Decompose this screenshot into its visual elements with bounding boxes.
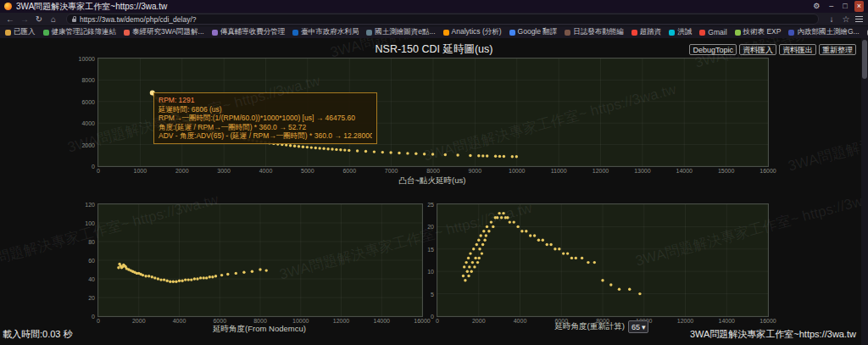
debug-topic-button[interactable]: DebugTopic: [689, 44, 737, 55]
lock-icon: [72, 19, 76, 22]
data-points: [117, 263, 268, 283]
bookmark-label: 國土測繪圖資e點...: [375, 27, 435, 37]
bookmark-item[interactable]: 臺中市政府水利局: [292, 27, 359, 37]
bookmark-item[interactable]: 傳真輔導收費分管理: [212, 27, 286, 37]
x-tick-label: 7000: [385, 168, 398, 174]
adv-angle-select[interactable]: 65 ▾: [628, 320, 649, 333]
data-import-button[interactable]: 資料匯入: [739, 44, 776, 55]
bookmark-item[interactable]: 泰經研究3WA問題解...: [124, 27, 204, 37]
x-tick-label: 5000: [301, 168, 314, 174]
recalc-angle-chart[interactable]: 0200040006000800010000120001400016000051…: [437, 203, 769, 317]
tooltip-line-delay: 延遲時間: 6806 (us): [159, 105, 372, 114]
y-tick-label: 80: [88, 239, 95, 245]
bookmark-label: Google 翻譯: [518, 27, 558, 37]
bookmark-item[interactable]: 技術表 EXP: [735, 27, 782, 37]
bookmark-favicon: [43, 30, 49, 36]
bookmark-label: 健康管理記錄簿連結: [52, 27, 117, 37]
bookmark-label: 技術表 EXP: [743, 27, 782, 37]
y-tick-label: 120: [85, 202, 95, 208]
x-tick-label: 6000: [342, 168, 356, 174]
bookmark-label: Gmail: [708, 28, 726, 36]
x-tick-label: 3000: [217, 168, 231, 174]
y-tick-label: 25: [427, 202, 434, 208]
gear-icon[interactable]: ⚙: [810, 1, 822, 12]
minimize-button[interactable]: –: [826, 1, 836, 12]
bookmark-item[interactable]: 日誌發布動態編: [565, 27, 624, 37]
close-button[interactable]: ×: [854, 1, 864, 12]
scrollbar-thumb[interactable]: [862, 40, 867, 79]
data-export-button[interactable]: 資料匯出: [779, 44, 816, 55]
bookmark-item[interactable]: 健康管理記錄簿連結: [43, 27, 117, 37]
bookmark-label: 傳真輔導收費分管理: [220, 27, 286, 37]
refresh-button[interactable]: 重新整理: [819, 44, 856, 55]
bookmark-label: 泰經研究3WA問題解...: [132, 27, 204, 37]
back-icon[interactable]: ←: [5, 14, 15, 25]
x-tick-label: 2000: [132, 318, 146, 324]
menu-icon[interactable]: [855, 16, 863, 22]
bookmark-favicon: [292, 30, 298, 36]
refresh-icon[interactable]: ↻: [34, 14, 44, 25]
bookmark-favicon: [565, 30, 570, 36]
bookmark-favicon: [632, 30, 637, 36]
y-tick-label: 6000: [81, 98, 95, 104]
bookmark-item[interactable]: Gmail: [699, 28, 726, 36]
x-tick-label: 1000: [134, 168, 147, 174]
x-tick-label: 4000: [173, 318, 186, 324]
url-text: https://3wa.tw/demo/php/cdi_delay/?: [80, 15, 197, 24]
y-tick-label: 5: [431, 291, 434, 297]
download-icon[interactable]: ↓: [826, 14, 837, 25]
load-time-status: 載入時間:0.03 秒: [3, 328, 73, 341]
bookmark-favicon: [443, 30, 449, 36]
star-icon[interactable]: ☆: [841, 14, 851, 25]
bookmark-item[interactable]: 洪誠: [669, 27, 692, 37]
y-tick-label: 100: [85, 220, 95, 226]
home-icon[interactable]: ⌂: [48, 14, 58, 25]
chart-canvas: [437, 204, 768, 316]
bookmark-item[interactable]: 超踏資: [632, 27, 662, 37]
bookmark-favicon: [509, 30, 515, 36]
bookmark-item[interactable]: Analytics (分析): [443, 27, 502, 37]
right-chart-xlabel: 延時角度(重新計算): [555, 321, 625, 332]
x-tick-label: 16000: [760, 168, 776, 174]
maximize-button[interactable]: □: [840, 1, 849, 12]
tooltip-line-adv: ADV - 角度:ADV(65) - (延遲 / RPM→一圈時間) * 360…: [159, 131, 372, 141]
window-title: 3WA問題解決專家工作室~https://3wa.tw: [16, 1, 167, 13]
url-bar[interactable]: https://3wa.tw/demo/php/cdi_delay/?: [66, 14, 819, 25]
bookmark-label: 臺中市政府水利局: [301, 27, 359, 37]
x-tick-label: 0: [97, 168, 100, 174]
bookmark-item[interactable]: Google 翻譯: [509, 27, 558, 37]
x-tick-label: 0: [97, 318, 100, 324]
x-tick-label: 14000: [374, 318, 390, 324]
bookmark-favicon: [212, 30, 218, 36]
app-icon: [4, 3, 12, 10]
tooltip-line-rpm: RPM: 1291: [159, 96, 372, 105]
grid-lines: [437, 204, 768, 316]
bookmark-item[interactable]: 國土測繪圖資e點...: [366, 27, 435, 37]
scrollbar[interactable]: [861, 38, 868, 345]
bookmark-favicon: [699, 30, 705, 36]
x-tick-label: 2000: [175, 168, 189, 174]
x-tick-label: 10000: [509, 168, 525, 174]
bookmark-favicon: [788, 30, 794, 36]
y-tick-label: 15: [427, 246, 434, 252]
nodemcu-angle-chart[interactable]: 0200040006000800010000120001400016000020…: [97, 203, 423, 317]
tooltip-line-angle: 角度:(延遲 / RPM→一圈時間) * 360.0 → 52.72: [159, 123, 372, 132]
x-tick-label: 13000: [634, 168, 650, 174]
bookmark-item[interactable]: 內政部國土測繪G...: [788, 27, 859, 37]
y-tick-label: 60: [88, 258, 95, 264]
y-tick-label: 0: [431, 314, 434, 320]
x-tick-label: 11000: [551, 168, 567, 174]
bookmark-item[interactable]: 已匯入: [5, 27, 36, 37]
forward-icon[interactable]: →: [19, 14, 30, 25]
bookmark-label: 超踏資: [640, 27, 662, 37]
bookmark-favicon: [669, 30, 675, 36]
main-chart-xlabel: 凸台~點火延時(us): [97, 175, 767, 186]
page-toolbar: DebugTopic資料匯入資料匯出重新整理: [689, 44, 856, 55]
site-footer: 3WA問題解決專家工作室~https://3wa.tw: [690, 328, 856, 341]
x-tick-label: 14000: [676, 168, 693, 174]
chart-tooltip: RPM: 1291 延遲時間: 6806 (us) RPM→一圈時間:(1/(R…: [153, 92, 377, 144]
y-tick-label: 0: [92, 314, 95, 320]
x-tick-label: 9000: [469, 168, 482, 174]
y-tick-label: 2000: [81, 142, 95, 147]
y-tick-label: 20: [427, 224, 434, 230]
